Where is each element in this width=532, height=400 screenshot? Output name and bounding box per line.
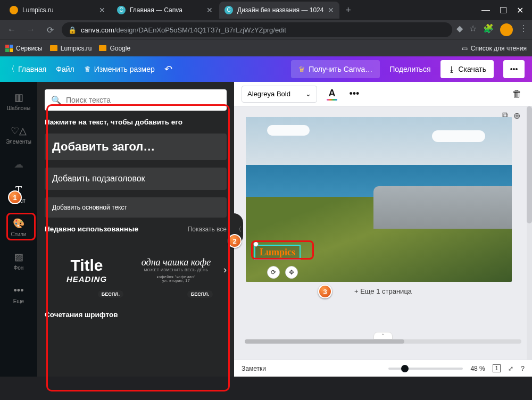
palette-icon: 🎨 — [13, 218, 24, 229]
click-hint: Нажмите на текст, чтобы добавить его — [45, 118, 227, 126]
lock-icon: 🔒 — [68, 26, 77, 34]
nav-forward[interactable]: → — [23, 22, 38, 37]
add-page-icon[interactable]: ⊕ — [513, 111, 520, 121]
design-canvas[interactable]: Lumpics ⟳ ✥ — [246, 117, 512, 282]
download-button[interactable]: ⭳Скачать — [440, 60, 494, 78]
rotate-handle[interactable] — [253, 241, 259, 247]
search-box[interactable]: 🔍 — [45, 89, 227, 111]
more-toolbar-button[interactable]: ••• — [347, 87, 362, 102]
bookmark-google[interactable]: Google — [99, 45, 130, 52]
add-subheading-button[interactable]: Добавить подзаголовок — [45, 168, 227, 190]
grid-view-icon[interactable]: 1 — [493, 364, 501, 372]
reading-list[interactable]: ▭Список для чтения — [462, 45, 527, 52]
window-minimize[interactable]: — — [481, 5, 490, 15]
search-icon: 🔍 — [51, 95, 62, 105]
url-path: /design/DAEnXoP5oSM/14Q1T37r_B7rLzjWzYZp… — [114, 26, 286, 34]
tab-title: Lumpics.ru — [22, 6, 54, 14]
close-icon[interactable]: ✕ — [99, 6, 105, 14]
tab-lumpics[interactable]: Lumpics.ru ✕ — [4, 2, 111, 19]
folder-icon — [50, 45, 57, 51]
text-element[interactable]: Lumpics — [254, 245, 301, 260]
canvas-wrap: ⧉ ⊕ Lumpics ⟳ ✥ + Еще 1 с — [234, 106, 532, 360]
footer-bar: Заметки 48 % 1 ⤢ ? — [234, 360, 532, 377]
new-tab-button[interactable]: + — [340, 3, 355, 18]
share-button[interactable]: Поделиться — [389, 65, 430, 73]
trash-button[interactable]: 🗑 — [510, 87, 525, 102]
sidebar-more[interactable]: •••Еще — [0, 282, 37, 306]
search-input[interactable] — [66, 96, 220, 104]
rotate-button[interactable]: ⟳ — [267, 266, 280, 279]
reading-label: Список для чтения — [471, 45, 527, 52]
address-bar: ← → ⟳ 🔒 canva.com/design/DAEnXoP5oSM/14Q… — [0, 20, 532, 39]
template-coffee[interactable]: одна чашка кофе МОЖЕТ ИЗМЕНИТЬ ВЕСЬ ДЕНЬ… — [134, 240, 218, 299]
fullscreen-icon[interactable]: ⤢ — [508, 365, 513, 372]
editor-toolbar: Alegreya Bold ⌄ A ••• 🗑 — [234, 82, 532, 106]
template-title[interactable]: Title HEADING БЕСПЛ. — [45, 240, 129, 299]
window-close[interactable]: ✕ — [517, 5, 523, 15]
nav-back[interactable]: ← — [4, 22, 19, 37]
font-select[interactable]: Alegreya Bold ⌄ — [242, 86, 317, 103]
chevron-down-icon: ⌄ — [305, 90, 311, 98]
sidebar-uploads[interactable]: ☁ — [0, 156, 37, 172]
bookmark-label: Lumpics.ru — [61, 45, 92, 52]
color-bar-icon — [327, 99, 337, 101]
get-pro-button[interactable]: ♛Получить Canva… — [291, 60, 380, 78]
tab-icon — [10, 6, 18, 14]
sidebar-styles[interactable]: 🎨Стили — [0, 215, 37, 239]
browser-tabs: Lumpics.ru ✕ C Главная — Canva ✕ C Дизай… — [0, 0, 532, 20]
crown-icon: ♛ — [84, 65, 91, 73]
star-icon[interactable]: ☆ — [469, 23, 477, 36]
canvas-area: 〈 Alegreya Bold ⌄ A ••• 🗑 ⧉ ⊕ — [234, 82, 532, 377]
resize-button[interactable]: ♛Изменить размер — [84, 65, 155, 73]
zoom-thumb[interactable] — [401, 365, 409, 372]
url-field[interactable]: 🔒 canva.com/design/DAEnXoP5oSM/14Q1T37r_… — [62, 22, 452, 37]
add-body-button[interactable]: Добавить основной текст — [45, 197, 227, 218]
cloud — [432, 130, 485, 142]
bookmark-lumpics[interactable]: Lumpics.ru — [50, 45, 92, 52]
tab-canva-home[interactable]: C Главная — Canva ✕ — [112, 2, 218, 19]
cloud — [267, 125, 310, 136]
profile-avatar[interactable] — [500, 23, 513, 36]
bookmark-services[interactable]: Сервисы — [5, 45, 43, 52]
extension-icon[interactable]: 🧩 — [483, 23, 494, 36]
sidebar-elements[interactable]: ♡△Элементы — [0, 123, 37, 147]
badge-1: 1 — [8, 190, 22, 204]
add-page-link[interactable]: + Еще 1 страница — [234, 287, 532, 295]
add-heading-button[interactable]: Добавить загол… — [45, 134, 227, 160]
vertical-scrollbar[interactable] — [527, 106, 532, 360]
scrollbar-thumb[interactable] — [527, 106, 532, 223]
sidebar-background[interactable]: ▨Фон — [0, 249, 37, 273]
show-all-link[interactable]: Показать все — [188, 226, 227, 233]
badge-2: 2 — [228, 234, 242, 248]
tab-canva-design[interactable]: C Дизайн без названия — 1024 ✕ — [219, 2, 339, 19]
zoom-slider[interactable] — [388, 368, 463, 370]
font-name: Alegreya Bold — [247, 90, 290, 98]
list-icon: ▭ — [462, 45, 468, 52]
home-button[interactable]: 〈Главная — [7, 64, 46, 74]
text-color-button[interactable]: A — [325, 87, 339, 102]
chevron-right-icon[interactable]: › — [223, 264, 227, 276]
menu-icon[interactable]: ⋮ — [519, 23, 528, 36]
scrollbar-thumb[interactable] — [245, 339, 404, 344]
file-menu[interactable]: Файл — [56, 65, 74, 73]
sidebar-templates[interactable]: ▥Шаблоны — [0, 89, 37, 113]
close-icon[interactable]: ✕ — [328, 6, 334, 14]
template-row: Title HEADING БЕСПЛ. одна чашка кофе МОЖ… — [45, 240, 227, 299]
font-combos-heading: Сочетания шрифтов — [45, 311, 227, 319]
close-icon[interactable]: ✕ — [206, 6, 213, 14]
tab-icon: C — [225, 6, 233, 14]
text-content: Lumpics — [260, 247, 295, 257]
apps-icon — [5, 45, 13, 52]
more-button[interactable]: ••• — [503, 60, 525, 78]
move-button[interactable]: ✥ — [285, 266, 298, 279]
horizontal-scrollbar[interactable]: ⌃ — [245, 339, 521, 344]
nav-reload[interactable]: ⟳ — [43, 22, 57, 37]
scrollbar-caret[interactable]: ⌃ — [373, 332, 393, 339]
notes-button[interactable]: Заметки — [242, 365, 266, 372]
canva-app-icon[interactable]: ◆ — [456, 23, 463, 36]
templates-icon: ▥ — [13, 91, 24, 103]
undo-button[interactable]: ↶ — [164, 63, 172, 75]
window-maximize[interactable]: ☐ — [500, 5, 507, 15]
help-icon[interactable]: ? — [521, 365, 525, 372]
bookmarks-bar: Сервисы Lumpics.ru Google ▭Список для чт… — [0, 39, 532, 56]
